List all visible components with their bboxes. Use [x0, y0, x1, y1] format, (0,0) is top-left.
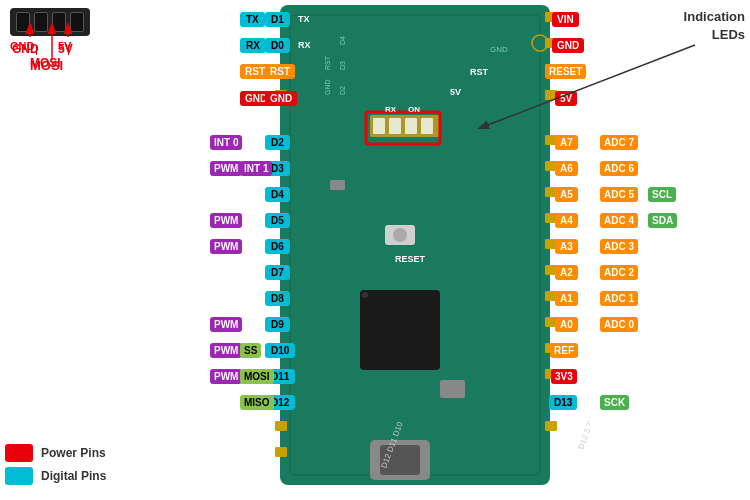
badge-adc5: ADC 5	[600, 187, 638, 202]
svg-text:RX: RX	[298, 40, 311, 50]
badge-5v: 5V	[555, 91, 577, 106]
gnd-connector-label: GND	[10, 40, 34, 52]
legend-digital: Digital Pins	[5, 467, 106, 485]
svg-rect-43	[421, 118, 433, 134]
svg-text:D2: D2	[339, 86, 346, 95]
svg-rect-21	[275, 421, 287, 431]
badge-scl: SCL	[648, 187, 676, 202]
badge-d9: D9	[265, 317, 290, 332]
svg-text:RST: RST	[324, 55, 331, 70]
badge-d7: D7	[265, 265, 290, 280]
svg-point-56	[535, 38, 545, 48]
badge-adc1: ADC 1	[600, 291, 638, 306]
badge-d10: D10	[265, 343, 295, 358]
badge-adc6: ADC 6	[600, 161, 638, 176]
badge-d8: D8	[265, 291, 290, 306]
badge-sda: SDA	[648, 213, 677, 228]
badge-d13: D13	[549, 395, 577, 410]
badge-d2: D2	[265, 135, 290, 150]
badge-pwm-d5: PWM	[210, 213, 242, 228]
svg-text:D12 3.3V REF: D12 3.3V REF	[576, 399, 590, 451]
svg-rect-22	[275, 447, 287, 457]
badge-gnd2: GND	[265, 91, 297, 106]
legend-power-box	[5, 444, 33, 462]
badge-d6: D6	[265, 239, 290, 254]
svg-rect-40	[373, 118, 385, 134]
svg-rect-33	[545, 421, 557, 431]
svg-rect-0	[280, 5, 550, 485]
svg-text:5V: 5V	[450, 87, 461, 97]
badge-pwm-d9: PWM	[210, 317, 242, 332]
badge-miso: MISO	[240, 395, 274, 410]
badge-vin: VIN	[552, 12, 579, 27]
svg-text:D4: D4	[339, 36, 346, 45]
svg-text:GND: GND	[324, 79, 331, 95]
badge-a2: A2	[555, 265, 578, 280]
svg-rect-34	[360, 290, 440, 370]
svg-text:ON: ON	[408, 105, 420, 114]
legend-digital-box	[5, 467, 33, 485]
svg-rect-41	[389, 118, 401, 134]
svg-text:RST: RST	[470, 67, 489, 77]
badge-a3: A3	[555, 239, 578, 254]
badge-pwm-d10: PWM	[210, 343, 242, 358]
badge-adc4: ADC 4	[600, 213, 638, 228]
badge-pwm-d6: PWM	[210, 239, 242, 254]
badge-rst2: RST	[265, 64, 295, 79]
badge-pwm-d11: PWM	[210, 369, 242, 384]
badge-int1: INT 1	[240, 161, 272, 176]
badge-gnd-right: GND	[552, 38, 584, 53]
badge-pwm-d3: PWM	[210, 161, 242, 176]
badge-a5: A5	[555, 187, 578, 202]
badge-a1: A1	[555, 291, 578, 306]
svg-rect-52	[330, 180, 345, 190]
svg-point-37	[393, 228, 407, 242]
badge-adc3: ADC 3	[600, 239, 638, 254]
svg-point-35	[362, 292, 368, 298]
badge-ref: REF	[550, 343, 578, 358]
svg-text:GND: GND	[490, 45, 508, 54]
svg-text:TX: TX	[298, 14, 310, 24]
svg-rect-42	[405, 118, 417, 134]
badge-a4: A4	[555, 213, 578, 228]
badge-d5: D5	[265, 213, 290, 228]
gnd-arrow	[36, 45, 37, 55]
badge-3v3: 3V3	[551, 369, 577, 384]
badge-tx: TX	[240, 12, 265, 27]
indication-leds-label: IndicationLEDs	[684, 8, 745, 44]
svg-text:D3: D3	[339, 61, 346, 70]
svg-rect-51	[440, 380, 465, 398]
badge-d0: D0	[265, 38, 290, 53]
legend-power: Power Pins	[5, 444, 106, 462]
legend: Power Pins Digital Pins	[5, 444, 106, 490]
badge-adc2: ADC 2	[600, 265, 638, 280]
svg-text:RESET: RESET	[395, 254, 426, 264]
badge-adc7: ADC 7	[600, 135, 638, 150]
5v-connector-label: 5V	[58, 40, 71, 52]
badge-a7: A7	[555, 135, 578, 150]
badge-a6: A6	[555, 161, 578, 176]
legend-digital-text: Digital Pins	[41, 469, 106, 483]
badge-mosi: MOSI	[240, 369, 274, 384]
connector-component	[10, 8, 90, 36]
badge-rx: RX	[240, 38, 266, 53]
badge-ss: SS	[240, 343, 261, 358]
badge-reset: RESET	[545, 64, 586, 79]
legend-power-text: Power Pins	[41, 446, 106, 460]
badge-sck: SCK	[600, 395, 629, 410]
badge-adc0: ADC 0	[600, 317, 638, 332]
badge-d4: D4	[265, 187, 290, 202]
badge-a0: A0	[555, 317, 578, 332]
svg-text:RX: RX	[385, 105, 397, 114]
main-container: GND 5V MOSI Power Pins Digital Pins	[0, 0, 750, 500]
mosi-connector-label: MOSI	[30, 56, 61, 70]
badge-d1: D1	[265, 12, 290, 27]
badge-int0: INT 0	[210, 135, 242, 150]
